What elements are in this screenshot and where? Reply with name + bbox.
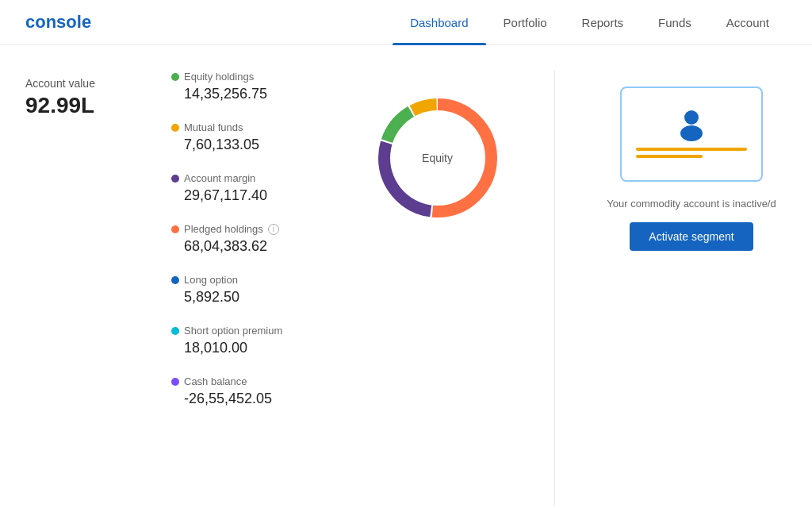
holding-value-equity: 14,35,256.75 — [171, 86, 346, 102]
holding-label-long-option: Long option — [171, 274, 346, 286]
holding-label-margin: Account margin — [171, 172, 346, 184]
nav: Dashboard Portfolio Reports Funds Accoun… — [393, 0, 787, 44]
holding-label-text-long-option: Long option — [184, 274, 238, 286]
person-icon — [674, 106, 709, 141]
holding-label-text-mutual: Mutual funds — [184, 121, 243, 133]
middle-panel: Equity holdings14,35,256.75Mutual funds7… — [152, 71, 529, 506]
holding-item-margin: Account margin29,67,117.40 — [171, 172, 346, 204]
donut-center-label: Equity — [422, 152, 453, 164]
holding-item-pledged: Pledged holdingsi68,04,383.62 — [171, 223, 346, 255]
account-value-amount: 92.99L — [25, 93, 152, 118]
vertical-divider — [554, 71, 555, 506]
holding-label-short-option: Short option premium — [171, 325, 346, 337]
holding-label-text-pledged: Pledged holdings — [184, 223, 263, 235]
holding-value-long-option: 5,892.50 — [171, 289, 346, 306]
holding-item-mutual: Mutual funds7,60,133.05 — [171, 121, 346, 153]
holding-value-pledged: 68,04,383.62 — [171, 238, 346, 255]
donut-chart: Equity — [358, 79, 517, 237]
holding-label-mutual: Mutual funds — [171, 121, 346, 133]
holding-value-margin: 29,67,117.40 — [171, 187, 346, 204]
svg-point-6 — [680, 125, 703, 141]
main-content: Account value 92.99L Equity holdings14,3… — [0, 45, 812, 506]
holding-value-mutual: 7,60,133.05 — [171, 137, 346, 153]
holding-dot-long-option — [171, 276, 179, 284]
holding-dot-pledged — [171, 225, 179, 233]
holding-item-long-option: Long option5,892.50 — [171, 274, 346, 306]
card-line-1 — [636, 148, 748, 151]
holding-label-text-short-option: Short option premium — [184, 325, 282, 337]
holding-dot-equity — [171, 73, 179, 81]
holding-item-short-option: Short option premium18,010.00 — [171, 325, 346, 356]
holding-label-text-margin: Account margin — [184, 172, 255, 184]
nav-funds[interactable]: Funds — [641, 0, 709, 45]
nav-portfolio[interactable]: Portfolio — [486, 0, 565, 45]
holding-label-cash: Cash balance — [171, 375, 346, 387]
card-lines — [636, 148, 748, 162]
nav-dashboard[interactable]: Dashboard — [393, 0, 485, 45]
nav-account[interactable]: Account — [709, 0, 787, 45]
holding-label-text-cash: Cash balance — [184, 375, 247, 387]
holding-value-cash: -26,55,452.05 — [171, 391, 346, 407]
commodity-text: Your commodity account is inactive/d — [607, 198, 776, 210]
holding-dot-mutual — [171, 124, 179, 132]
commodity-card — [620, 87, 763, 182]
holding-item-equity: Equity holdings14,35,256.75 — [171, 71, 346, 102]
activate-segment-button[interactable]: Activate segment — [630, 222, 753, 251]
info-icon-pledged[interactable]: i — [268, 224, 279, 235]
account-value-label: Account value — [25, 77, 152, 90]
holding-value-short-option: 18,010.00 — [171, 340, 346, 356]
card-line-2 — [636, 155, 703, 158]
header: console Dashboard Portfolio Reports Fund… — [0, 0, 812, 45]
commodity-panel: Your commodity account is inactive/d Act… — [580, 71, 787, 506]
holding-dot-short-option — [171, 327, 179, 335]
nav-reports[interactable]: Reports — [565, 0, 642, 45]
holding-dot-cash — [171, 378, 179, 386]
chart-area: Equity — [346, 71, 529, 506]
holding-label-text-equity: Equity holdings — [184, 71, 254, 83]
holding-item-cash: Cash balance-26,55,452.05 — [171, 375, 346, 407]
holding-dot-margin — [171, 175, 179, 183]
holding-label-pledged: Pledged holdingsi — [171, 223, 346, 235]
svg-point-5 — [684, 110, 699, 125]
account-value-panel: Account value 92.99L — [25, 71, 152, 506]
holdings-list: Equity holdings14,35,256.75Mutual funds7… — [171, 71, 346, 506]
holding-label-equity: Equity holdings — [171, 71, 346, 83]
logo: console — [25, 12, 91, 33]
